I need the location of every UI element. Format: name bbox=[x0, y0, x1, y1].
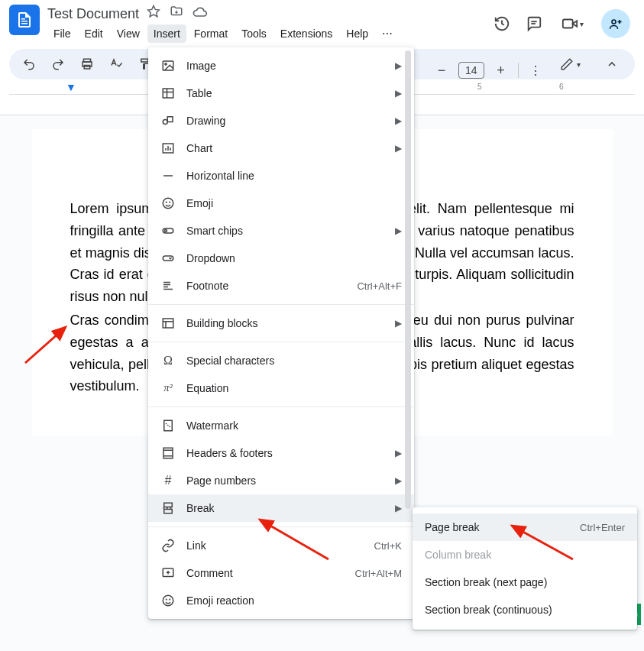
history-icon[interactable] bbox=[493, 15, 511, 33]
share-button[interactable] bbox=[601, 9, 630, 38]
ruler-tick: 6 bbox=[559, 83, 564, 91]
spellcheck-icon[interactable] bbox=[105, 53, 127, 75]
document-title[interactable]: Test Document bbox=[47, 6, 139, 22]
submenu-arrow-icon: ▶ bbox=[395, 60, 402, 71]
menu-item-smart-chips[interactable]: Smart chips ▶ bbox=[148, 217, 414, 245]
emoji-reaction-icon bbox=[160, 594, 176, 607]
menu-item-emoji[interactable]: Emoji bbox=[148, 189, 414, 217]
collapse-toolbar-icon[interactable] bbox=[598, 50, 626, 78]
submenu-item-section-break-continuous[interactable]: Section break (continuous) bbox=[413, 596, 637, 623]
move-icon[interactable] bbox=[170, 5, 183, 23]
menu-item-dropdown[interactable]: Dropdown bbox=[148, 245, 414, 272]
menu-item-chart[interactable]: Chart ▶ bbox=[148, 134, 414, 162]
table-icon bbox=[160, 86, 176, 100]
building-blocks-icon bbox=[160, 316, 176, 330]
submenu-arrow-icon: ▶ bbox=[395, 225, 402, 236]
menu-item-comment[interactable]: Comment Ctrl+Alt+M bbox=[148, 559, 414, 587]
scrollbar-thumb[interactable] bbox=[405, 50, 411, 509]
svg-point-24 bbox=[163, 198, 173, 209]
menu-divider bbox=[148, 342, 414, 342]
menu-item-footnote[interactable]: Footnote Ctrl+Alt+F bbox=[148, 272, 414, 300]
menu-edit[interactable]: Edit bbox=[79, 24, 109, 43]
menu-item-drawing[interactable]: Drawing ▶ bbox=[148, 107, 414, 134]
ruler-tick: 5 bbox=[477, 83, 482, 91]
svg-point-48 bbox=[163, 595, 173, 606]
submenu-arrow-icon: ▶ bbox=[395, 318, 402, 329]
redo-icon[interactable] bbox=[47, 53, 69, 75]
menu-item-watermark[interactable]: Watermark bbox=[148, 412, 414, 439]
menu-item-horizontal-line[interactable]: Horizontal line bbox=[148, 162, 414, 189]
menu-view[interactable]: View bbox=[111, 24, 146, 43]
shortcut-text: Ctrl+K bbox=[374, 540, 402, 552]
omega-icon: Ω bbox=[160, 354, 176, 368]
comment-icon bbox=[160, 566, 176, 580]
comments-icon[interactable] bbox=[525, 15, 543, 33]
break-icon bbox=[160, 501, 176, 515]
menu-bar: File Edit View Insert Format Tools Exten… bbox=[47, 24, 493, 43]
menu-more[interactable]: ⋯ bbox=[376, 24, 400, 43]
menu-item-equation[interactable]: π² Equation bbox=[148, 374, 414, 402]
horizontal-line-icon bbox=[160, 169, 176, 183]
submenu-arrow-icon: ▶ bbox=[395, 448, 402, 458]
menu-item-image[interactable]: Image ▶ bbox=[148, 52, 414, 79]
shortcut-text: Ctrl+Alt+M bbox=[355, 568, 402, 579]
menu-item-emoji-reaction[interactable]: Emoji reaction bbox=[148, 587, 414, 614]
menu-item-link[interactable]: Link Ctrl+K bbox=[148, 532, 414, 559]
svg-rect-39 bbox=[163, 448, 173, 458]
submenu-arrow-icon: ▶ bbox=[395, 88, 402, 99]
menu-item-headers-footers[interactable]: Headers & footers ▶ bbox=[148, 439, 414, 467]
undo-icon[interactable] bbox=[18, 53, 40, 75]
print-icon[interactable] bbox=[76, 53, 98, 75]
svg-point-26 bbox=[170, 202, 170, 202]
menu-file[interactable]: File bbox=[47, 24, 77, 43]
link-icon bbox=[160, 539, 176, 552]
star-icon[interactable] bbox=[147, 5, 160, 23]
page-numbers-icon: # bbox=[160, 474, 176, 487]
menu-insert[interactable]: Insert bbox=[147, 24, 186, 43]
menu-item-break[interactable]: Break ▶ bbox=[148, 494, 414, 522]
docs-logo[interactable] bbox=[9, 5, 40, 35]
insert-menu-dropdown: Image ▶ Table ▶ Drawing ▶ Chart ▶ Horizo… bbox=[148, 47, 414, 619]
menu-divider bbox=[148, 526, 414, 527]
shortcut-text: Ctrl+Enter bbox=[580, 522, 625, 533]
smart-chips-icon bbox=[160, 224, 176, 238]
menu-extensions[interactable]: Extensions bbox=[274, 24, 338, 43]
svg-point-25 bbox=[166, 202, 167, 202]
chart-icon bbox=[160, 141, 176, 155]
menu-divider bbox=[148, 406, 414, 407]
svg-rect-43 bbox=[164, 510, 173, 513]
submenu-item-section-break-next[interactable]: Section break (next page) bbox=[413, 568, 637, 596]
font-size-input[interactable]: 14 bbox=[458, 62, 484, 79]
submenu-arrow-icon: ▶ bbox=[395, 475, 402, 486]
svg-rect-18 bbox=[167, 117, 173, 122]
svg-rect-14 bbox=[163, 89, 173, 98]
menu-item-table[interactable]: Table ▶ bbox=[148, 79, 414, 107]
image-icon bbox=[160, 59, 176, 73]
fontsize-increase[interactable]: + bbox=[490, 60, 512, 81]
app-header: Test Document File Edit View Insert Form… bbox=[0, 0, 644, 43]
svg-marker-0 bbox=[148, 6, 160, 17]
document-icon bbox=[15, 11, 34, 29]
fontsize-decrease[interactable]: − bbox=[431, 60, 452, 81]
more-options-icon[interactable]: ⋮ bbox=[525, 60, 546, 81]
menu-tools[interactable]: Tools bbox=[235, 24, 273, 43]
submenu-item-page-break[interactable]: Page break Ctrl+Enter bbox=[413, 513, 637, 541]
shortcut-text: Ctrl+Alt+F bbox=[357, 280, 402, 292]
watermark-icon bbox=[160, 419, 176, 432]
submenu-item-column-break: Column break bbox=[413, 541, 637, 568]
indent-marker-icon[interactable]: ▼ bbox=[66, 81, 76, 93]
menu-item-special-characters[interactable]: Ω Special characters bbox=[148, 347, 414, 374]
meet-icon[interactable]: ▾ bbox=[557, 15, 587, 33]
equation-icon: π² bbox=[160, 382, 176, 394]
menu-format[interactable]: Format bbox=[188, 24, 234, 43]
menu-item-building-blocks[interactable]: Building blocks ▶ bbox=[148, 309, 414, 337]
menu-help[interactable]: Help bbox=[340, 24, 374, 43]
svg-point-49 bbox=[166, 599, 167, 600]
svg-point-28 bbox=[165, 230, 167, 232]
menu-item-page-numbers[interactable]: # Page numbers ▶ bbox=[148, 467, 414, 494]
cloud-icon[interactable] bbox=[193, 5, 208, 23]
break-submenu: Page break Ctrl+Enter Column break Secti… bbox=[413, 507, 637, 630]
svg-point-13 bbox=[165, 63, 167, 65]
editing-mode-icon[interactable]: ▾ bbox=[552, 53, 587, 75]
submenu-arrow-icon: ▶ bbox=[395, 115, 402, 126]
